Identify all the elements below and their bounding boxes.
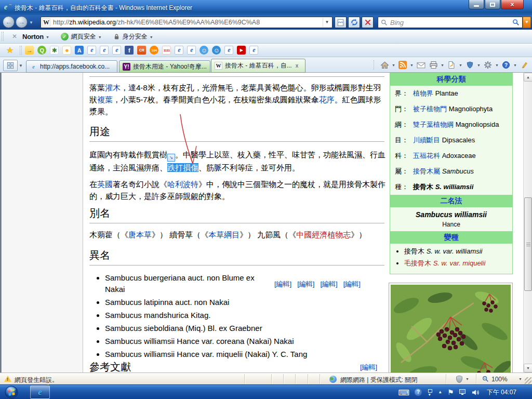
network-tray-icon[interactable] <box>459 389 467 395</box>
safety-button[interactable] <box>464 59 475 71</box>
104-site-icon[interactable]: 104 <box>150 46 158 55</box>
ie-page-icon[interactable]: e <box>112 46 121 55</box>
scrollbar-thumb[interactable] <box>524 197 532 291</box>
taskbar-ie-button[interactable]: e~ <box>30 385 50 399</box>
vertical-scrollbar[interactable]: ▲ ▼ <box>523 73 532 373</box>
messenger-icon[interactable]: ☺ <box>200 46 208 55</box>
favorites-star-icon[interactable]: ★ <box>6 45 14 55</box>
zoom-level[interactable]: 100% <box>491 376 508 383</box>
keyboard-tray-icon[interactable]: ⌨ <box>398 389 409 396</box>
link-tang-bencao[interactable]: 唐本草 <box>128 230 152 239</box>
page-button[interactable] <box>446 59 457 71</box>
chick-site-icon[interactable]: ● <box>62 46 71 55</box>
language-bar-restore-icon[interactable]: ▼ <box>427 389 433 395</box>
stop-button[interactable] <box>362 17 374 28</box>
page-error-text[interactable]: 網頁發生錯誤。 <box>15 376 58 384</box>
feeds-button[interactable] <box>397 59 408 71</box>
refresh-button[interactable] <box>348 17 360 28</box>
link-england[interactable]: 英國 <box>97 180 113 189</box>
recent-pages-dropdown[interactable]: ▼ <box>29 20 33 25</box>
messenger-pen-button[interactable] <box>518 59 530 71</box>
back-button[interactable]: ← <box>3 16 15 28</box>
ie-page-icon[interactable]: e <box>100 46 109 55</box>
tab-list-dropdown[interactable]: ▼ <box>19 63 23 68</box>
print-button[interactable] <box>428 59 439 71</box>
link-sambucus[interactable]: 接骨木屬 <box>413 167 440 175</box>
home-dropdown[interactable]: ▼ <box>391 63 396 67</box>
norton-close-button[interactable]: ✕ <box>12 33 17 40</box>
search-box[interactable]: Bing <box>378 17 523 28</box>
translate-site-icon[interactable]: A <box>75 46 84 55</box>
redlink-hairy-elder[interactable]: 毛接骨木 <box>404 259 433 267</box>
tab-wikipedia-active[interactable]: W 接骨木 - 維基百科，自... x <box>211 59 305 73</box>
edit-link[interactable]: [編輯] <box>320 280 337 289</box>
start-button[interactable] <box>5 385 18 399</box>
link-shrub[interactable]: 灌木 <box>105 83 121 92</box>
print-dropdown[interactable]: ▼ <box>440 63 445 67</box>
ie-page-icon[interactable]: e <box>87 46 96 55</box>
quick-tabs-button[interactable] <box>3 60 18 71</box>
ie-page-icon[interactable]: e <box>187 46 196 55</box>
safety-dropdown[interactable]: ▼ <box>476 63 481 67</box>
edit-link[interactable]: [編輯] <box>360 363 377 372</box>
youtube-icon[interactable]: ▶ <box>237 46 246 55</box>
edit-link[interactable]: [編輯] <box>343 280 361 289</box>
tab-facebook[interactable]: e http://apps.facebook.co... <box>26 60 117 73</box>
link-inflorescence[interactable]: 花序 <box>319 95 335 104</box>
tools-dropdown[interactable]: ▼ <box>495 63 499 67</box>
cr-site-icon[interactable]: CR <box>137 46 146 55</box>
search-placeholder[interactable]: Bing <box>390 19 510 26</box>
forward-button[interactable]: → <box>16 16 28 28</box>
qzone-icon[interactable]: Q <box>37 46 46 55</box>
link-magnoliopsida[interactable]: 雙子葉植物綱 <box>413 121 454 128</box>
web-safety-menu[interactable]: 網頁安全 <box>71 32 96 41</box>
facebook-icon[interactable]: f <box>125 46 134 55</box>
help-dropdown[interactable]: ▼ <box>513 63 517 67</box>
chevron-down-icon[interactable]: ▼ <box>466 377 469 381</box>
ie-page-icon[interactable]: e <box>249 46 258 55</box>
snowflake-site-icon[interactable]: ✱ <box>50 46 59 55</box>
link-adoxaceae[interactable]: 五福花科 <box>413 152 440 159</box>
elderberry-photo[interactable] <box>389 283 513 373</box>
address-bar[interactable]: W http://zh.wikipedia.org/zh-hk/%E6%8E%A… <box>41 17 332 28</box>
taskbar-clock[interactable]: 下午 04:07 <box>485 388 516 397</box>
read-mail-button[interactable] <box>415 59 427 71</box>
address-dropdown[interactable]: ▼ <box>323 18 331 27</box>
link-plantae[interactable]: 植物界 <box>413 89 433 97</box>
help-tray-icon[interactable]: ? <box>415 389 422 396</box>
warning-icon[interactable] <box>4 376 11 382</box>
link-harry-potter[interactable]: 哈利波特 <box>167 180 198 189</box>
messenger-icon[interactable]: ☺ <box>212 46 221 55</box>
ie-page-icon[interactable]: e <box>224 46 233 55</box>
redlink-china-economic-flora[interactable]: 中國經濟植物志 <box>296 230 351 239</box>
scroll-down-button[interactable]: ▼ <box>524 364 532 373</box>
link-dipsacales[interactable]: 川續斷目 <box>413 136 440 144</box>
tools-button[interactable] <box>482 59 494 71</box>
edit-link[interactable]: [編輯] <box>297 280 314 289</box>
1111-site-icon[interactable]: 1111 <box>162 46 171 55</box>
tab-yahoo[interactable]: Y! 接骨木用途 - Yahoo!奇摩... <box>119 60 210 73</box>
feeds-dropdown[interactable]: ▼ <box>409 63 414 67</box>
maximize-button[interactable] <box>485 0 500 9</box>
bookmark-arrow-icon[interactable]: → <box>25 46 34 55</box>
action-center-flag-icon[interactable]: ⚑ <box>447 389 454 396</box>
help-button[interactable]: ? <box>500 59 512 71</box>
home-button[interactable] <box>379 59 390 71</box>
page-dropdown[interactable]: ▼ <box>458 63 463 67</box>
link-magnoliophyta[interactable]: 被子植物門 <box>413 105 447 113</box>
show-hidden-icons-button[interactable]: ▲ <box>438 390 442 394</box>
url-text[interactable]: http://zh.wikipedia.org/zh-hk/%E6%8E%A5%… <box>53 19 260 26</box>
identity-safe-menu[interactable]: 身分安全 <box>123 32 148 41</box>
protected-mode-icon[interactable] <box>456 376 462 383</box>
close-button[interactable]: × <box>501 0 524 9</box>
link-bencao-gangmu[interactable]: 本草綱目 <box>208 230 240 239</box>
norton-menu[interactable]: Norton <box>22 33 44 41</box>
search-submit-icon[interactable] <box>512 19 520 26</box>
minimize-button[interactable] <box>469 0 484 9</box>
zoom-dropdown[interactable]: ▼ <box>518 377 522 381</box>
link-compound-leaf[interactable]: 複葉 <box>97 95 113 104</box>
tab-close-icon[interactable]: x <box>296 63 299 69</box>
scroll-up-button[interactable]: ▲ <box>524 73 532 82</box>
volume-tray-icon[interactable] <box>472 389 480 396</box>
search-options-dropdown[interactable]: ▼ <box>523 17 531 28</box>
